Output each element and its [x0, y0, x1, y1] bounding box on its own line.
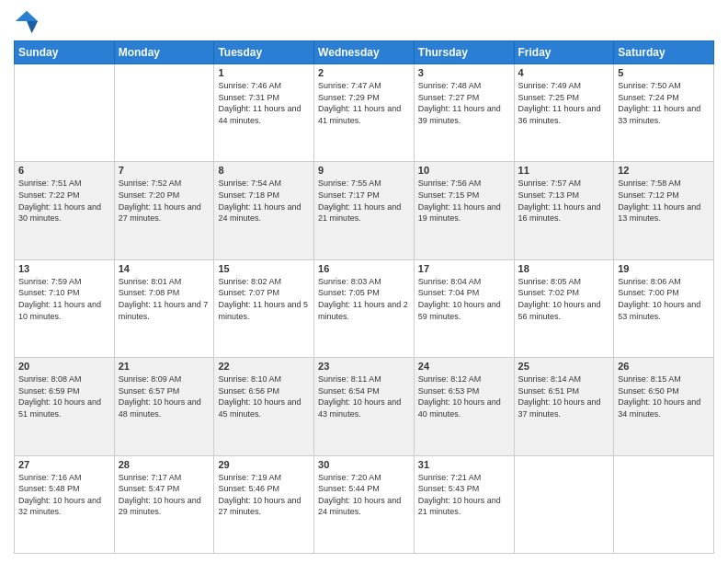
- day-info: Sunrise: 7:58 AM Sunset: 7:12 PM Dayligh…: [618, 178, 710, 224]
- calendar-cell: 17Sunrise: 8:04 AM Sunset: 7:04 PM Dayli…: [414, 259, 514, 357]
- calendar-cell: [114, 64, 214, 162]
- calendar-cell: [614, 455, 714, 553]
- calendar-cell: [15, 64, 115, 162]
- weekday-header: Wednesday: [314, 41, 415, 64]
- calendar: SundayMondayTuesdayWednesdayThursdayFrid…: [14, 40, 714, 554]
- calendar-cell: 26Sunrise: 8:15 AM Sunset: 6:50 PM Dayli…: [614, 358, 714, 455]
- calendar-cell: 20Sunrise: 8:08 AM Sunset: 6:59 PM Dayli…: [15, 358, 115, 455]
- calendar-cell: 6Sunrise: 7:51 AM Sunset: 7:22 PM Daylig…: [15, 162, 115, 259]
- day-number: 18: [518, 263, 610, 274]
- day-number: 23: [318, 361, 410, 372]
- day-info: Sunrise: 7:17 AM Sunset: 5:47 PM Dayligh…: [119, 472, 210, 518]
- calendar-cell: 4Sunrise: 7:49 AM Sunset: 7:25 PM Daylig…: [514, 64, 614, 162]
- day-number: 15: [218, 263, 310, 274]
- weekday-header: Tuesday: [214, 41, 314, 64]
- calendar-cell: 18Sunrise: 8:05 AM Sunset: 7:02 PM Dayli…: [514, 259, 614, 357]
- calendar-cell: 8Sunrise: 7:54 AM Sunset: 7:18 PM Daylig…: [214, 162, 314, 259]
- calendar-week: 27Sunrise: 7:16 AM Sunset: 5:48 PM Dayli…: [15, 455, 714, 553]
- day-info: Sunrise: 8:14 AM Sunset: 6:51 PM Dayligh…: [518, 373, 610, 419]
- day-info: Sunrise: 7:16 AM Sunset: 5:48 PM Dayligh…: [18, 472, 110, 518]
- day-info: Sunrise: 7:50 AM Sunset: 7:24 PM Dayligh…: [618, 80, 710, 126]
- day-number: 25: [518, 361, 610, 372]
- day-number: 12: [618, 165, 710, 176]
- day-info: Sunrise: 7:59 AM Sunset: 7:10 PM Dayligh…: [18, 276, 110, 322]
- calendar-cell: 29Sunrise: 7:19 AM Sunset: 5:46 PM Dayli…: [214, 455, 314, 553]
- calendar-cell: 5Sunrise: 7:50 AM Sunset: 7:24 PM Daylig…: [614, 64, 714, 162]
- day-info: Sunrise: 7:55 AM Sunset: 7:17 PM Dayligh…: [318, 178, 410, 224]
- calendar-cell: 10Sunrise: 7:56 AM Sunset: 7:15 PM Dayli…: [414, 162, 514, 259]
- calendar-cell: 31Sunrise: 7:21 AM Sunset: 5:43 PM Dayli…: [414, 455, 514, 553]
- day-number: 20: [18, 361, 110, 372]
- calendar-cell: 28Sunrise: 7:17 AM Sunset: 5:47 PM Dayli…: [114, 455, 214, 553]
- day-info: Sunrise: 7:57 AM Sunset: 7:13 PM Dayligh…: [518, 178, 610, 224]
- day-info: Sunrise: 8:06 AM Sunset: 7:00 PM Dayligh…: [618, 276, 710, 322]
- day-number: 11: [518, 165, 610, 176]
- day-info: Sunrise: 8:04 AM Sunset: 7:04 PM Dayligh…: [418, 276, 510, 322]
- day-number: 27: [18, 459, 110, 470]
- day-info: Sunrise: 7:54 AM Sunset: 7:18 PM Dayligh…: [218, 178, 310, 224]
- calendar-cell: 22Sunrise: 8:10 AM Sunset: 6:56 PM Dayli…: [214, 358, 314, 455]
- logo-icon: [14, 9, 40, 35]
- day-number: 3: [418, 67, 510, 78]
- day-info: Sunrise: 8:11 AM Sunset: 6:54 PM Dayligh…: [318, 373, 410, 419]
- day-number: 10: [418, 165, 510, 176]
- day-number: 8: [218, 165, 310, 176]
- calendar-cell: 2Sunrise: 7:47 AM Sunset: 7:29 PM Daylig…: [314, 64, 415, 162]
- day-info: Sunrise: 7:52 AM Sunset: 7:20 PM Dayligh…: [119, 178, 210, 224]
- calendar-cell: 11Sunrise: 7:57 AM Sunset: 7:13 PM Dayli…: [514, 162, 614, 259]
- calendar-cell: 12Sunrise: 7:58 AM Sunset: 7:12 PM Dayli…: [614, 162, 714, 259]
- day-info: Sunrise: 7:51 AM Sunset: 7:22 PM Dayligh…: [18, 178, 110, 224]
- day-number: 19: [618, 263, 710, 274]
- calendar-week: 1Sunrise: 7:46 AM Sunset: 7:31 PM Daylig…: [15, 64, 714, 162]
- day-info: Sunrise: 8:02 AM Sunset: 7:07 PM Dayligh…: [218, 276, 310, 322]
- day-number: 2: [318, 67, 410, 78]
- calendar-cell: 3Sunrise: 7:48 AM Sunset: 7:27 PM Daylig…: [414, 64, 514, 162]
- day-number: 31: [418, 459, 510, 470]
- day-info: Sunrise: 8:03 AM Sunset: 7:05 PM Dayligh…: [318, 276, 410, 322]
- day-info: Sunrise: 7:49 AM Sunset: 7:25 PM Dayligh…: [518, 80, 610, 126]
- day-info: Sunrise: 7:56 AM Sunset: 7:15 PM Dayligh…: [418, 178, 510, 224]
- calendar-week: 6Sunrise: 7:51 AM Sunset: 7:22 PM Daylig…: [15, 162, 714, 259]
- day-number: 6: [18, 165, 110, 176]
- calendar-cell: 27Sunrise: 7:16 AM Sunset: 5:48 PM Dayli…: [15, 455, 115, 553]
- calendar-cell: 14Sunrise: 8:01 AM Sunset: 7:08 PM Dayli…: [114, 259, 214, 357]
- svg-marker-1: [27, 21, 38, 33]
- calendar-cell: [514, 455, 614, 553]
- day-number: 5: [618, 67, 710, 78]
- weekday-header: Sunday: [15, 41, 115, 64]
- weekday-header: Friday: [514, 41, 614, 64]
- day-number: 22: [218, 361, 310, 372]
- calendar-cell: 24Sunrise: 8:12 AM Sunset: 6:53 PM Dayli…: [414, 358, 514, 455]
- logo: [14, 9, 43, 35]
- day-number: 16: [318, 263, 410, 274]
- calendar-cell: 21Sunrise: 8:09 AM Sunset: 6:57 PM Dayli…: [114, 358, 214, 455]
- day-info: Sunrise: 7:21 AM Sunset: 5:43 PM Dayligh…: [418, 472, 510, 518]
- calendar-cell: 25Sunrise: 8:14 AM Sunset: 6:51 PM Dayli…: [514, 358, 614, 455]
- day-number: 21: [119, 361, 210, 372]
- day-info: Sunrise: 7:19 AM Sunset: 5:46 PM Dayligh…: [218, 472, 310, 518]
- day-number: 9: [318, 165, 410, 176]
- day-info: Sunrise: 8:01 AM Sunset: 7:08 PM Dayligh…: [119, 276, 210, 322]
- weekday-header: Thursday: [414, 41, 514, 64]
- day-number: 7: [119, 165, 210, 176]
- calendar-cell: 7Sunrise: 7:52 AM Sunset: 7:20 PM Daylig…: [114, 162, 214, 259]
- day-number: 29: [218, 459, 310, 470]
- day-number: 14: [119, 263, 210, 274]
- day-info: Sunrise: 7:46 AM Sunset: 7:31 PM Dayligh…: [218, 80, 310, 126]
- calendar-cell: 19Sunrise: 8:06 AM Sunset: 7:00 PM Dayli…: [614, 259, 714, 357]
- weekday-header: Saturday: [614, 41, 714, 64]
- day-number: 17: [418, 263, 510, 274]
- day-number: 4: [518, 67, 610, 78]
- day-info: Sunrise: 7:20 AM Sunset: 5:44 PM Dayligh…: [318, 472, 410, 518]
- calendar-week: 13Sunrise: 7:59 AM Sunset: 7:10 PM Dayli…: [15, 259, 714, 357]
- calendar-cell: 16Sunrise: 8:03 AM Sunset: 7:05 PM Dayli…: [314, 259, 415, 357]
- svg-marker-0: [16, 11, 38, 21]
- day-number: 30: [318, 459, 410, 470]
- day-number: 28: [119, 459, 210, 470]
- calendar-cell: 23Sunrise: 8:11 AM Sunset: 6:54 PM Dayli…: [314, 358, 415, 455]
- day-number: 1: [218, 67, 310, 78]
- day-info: Sunrise: 8:15 AM Sunset: 6:50 PM Dayligh…: [618, 373, 710, 419]
- day-number: 13: [18, 263, 110, 274]
- header: [14, 9, 714, 35]
- day-info: Sunrise: 8:05 AM Sunset: 7:02 PM Dayligh…: [518, 276, 610, 322]
